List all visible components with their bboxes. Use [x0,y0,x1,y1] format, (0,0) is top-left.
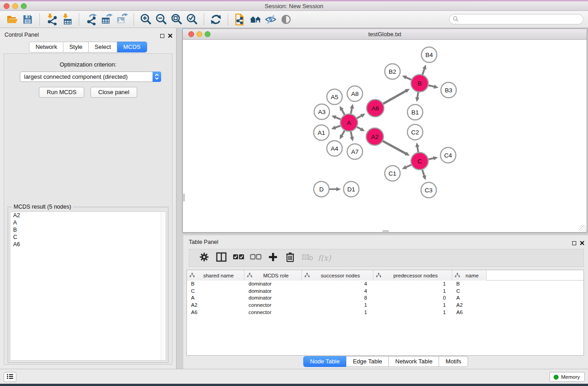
gear-icon [199,252,209,264]
graph-edge[interactable] [405,165,411,167]
close-panel-button[interactable]: Close panel [91,87,137,98]
canvas-mini-scrollbar-h[interactable] [382,230,389,232]
table-cell: 8 [302,295,373,302]
table-row[interactable]: A6connector11A6 [187,309,583,316]
zoom-selected-button[interactable] [184,13,200,26]
result-list-item[interactable]: B [10,226,166,234]
run-mcds-button[interactable]: Run MCDS [39,87,84,98]
tab-network[interactable]: Network [29,42,63,52]
column-header[interactable]: shared name [187,270,244,281]
export-image-button[interactable] [114,13,129,26]
column-header[interactable]: predecessor nodes [373,270,452,281]
tab-node-table[interactable]: Node Table [303,356,347,367]
close-table-panel-icon[interactable] [580,239,584,247]
table-cell: 1 [373,281,452,288]
graph-edge[interactable] [405,77,411,80]
graph-edge[interactable] [341,109,344,115]
table-row[interactable]: Bdominator41B [187,281,583,288]
result-list-scrollbar[interactable] [161,212,166,360]
select-all-columns-button[interactable] [230,251,247,265]
graph-edge[interactable] [351,107,352,114]
table-row[interactable]: Cdominator41C [187,288,583,295]
node-table[interactable]: shared nameMCDS rolesuccessor nodesprede… [186,270,584,356]
export-table-button[interactable] [99,13,114,26]
node-label: A7 [351,148,359,155]
refresh-view-button[interactable] [208,13,224,26]
show-graphics-details-button[interactable] [278,13,294,26]
result-list-item[interactable]: C [10,234,166,241]
import-network-button[interactable] [44,13,59,26]
tab-mcds[interactable]: MCDS [117,42,147,52]
result-list-item[interactable]: A6 [10,241,166,248]
node-label: A6 [372,105,379,112]
maximize-window-button[interactable] [21,3,27,9]
import-table-button[interactable] [59,13,75,26]
eye-icon [280,14,292,25]
graph-edge[interactable] [335,117,341,119]
column-header[interactable]: name [452,270,487,281]
function-builder-button[interactable]: f(x) [316,251,331,265]
zoom-out-button[interactable] [153,13,169,26]
home-button[interactable] [248,13,263,26]
close-panel-icon[interactable] [168,32,172,40]
criterion-dropdown[interactable]: largest connected component (directed) [20,71,161,82]
node-label: C2 [411,129,419,136]
result-list-item[interactable]: A2 [10,212,166,219]
save-session-button[interactable] [20,13,35,26]
table-cell: 4 [302,288,373,295]
control-panel-title: Control Panel [5,32,39,38]
network-canvas[interactable]: B4B2BB3A8A5A6A3B1AA1C2A2A4A7C4CC1C3DD1 [183,40,586,232]
search-input[interactable] [460,16,583,23]
memory-status-icon [554,375,559,380]
new-network-from-selection-button[interactable] [232,13,248,26]
tab-motifs[interactable]: Motifs [439,356,468,367]
delete-table-button[interactable] [299,251,316,265]
graph-edge[interactable] [428,86,435,87]
tab-edge-table[interactable]: Edge Table [346,356,389,367]
node-label: B [417,80,421,87]
graph-edge[interactable] [417,146,418,152]
graph-edge[interactable] [422,170,425,176]
minimize-window-button[interactable] [12,3,18,9]
memory-button[interactable]: Memory [550,372,585,382]
graph-edge[interactable] [351,132,352,138]
node-label: C4 [444,152,452,159]
canvas-mini-scrollbar[interactable] [183,194,185,201]
show-columns-button[interactable] [213,251,230,265]
float-panel-icon[interactable] [160,34,164,38]
delete-row-button[interactable] [282,251,299,265]
float-table-panel-icon[interactable] [572,241,576,245]
graph-edge[interactable] [383,91,406,104]
column-header[interactable]: successor nodes [302,270,373,281]
mcds-result-list[interactable]: A2ABCA6 [10,211,166,361]
tab-network-table[interactable]: Network Table [389,356,439,367]
export-network-button[interactable] [83,13,99,26]
toolbar-separator [79,14,79,25]
add-row-button[interactable] [264,251,282,265]
result-list-item[interactable]: A [10,219,166,226]
table-row[interactable]: Adominator80A [187,295,583,302]
eye-slash-icon [264,14,277,25]
graph-edge[interactable] [341,130,344,136]
app-titlebar: Session: New Session [0,1,588,11]
tab-select[interactable]: Select [89,42,117,52]
table-row[interactable]: A2connector11A2 [187,302,583,309]
tab-style[interactable]: Style [63,42,89,52]
table-cell: A [187,295,244,302]
graph-edge[interactable] [417,92,418,99]
zoom-in-button[interactable] [138,13,153,26]
graph-edge[interactable] [422,68,425,75]
unselect-all-columns-button[interactable] [247,251,264,265]
zoom-fit-button[interactable] [169,13,184,26]
list-icon [7,373,13,381]
search-field[interactable] [449,14,583,24]
graph-edge[interactable] [383,141,406,154]
task-history-button[interactable] [4,372,16,382]
table-settings-button[interactable] [196,251,213,265]
column-header[interactable]: MCDS role [244,270,302,281]
open-session-button[interactable] [5,13,20,26]
resize-grip[interactable] [579,225,586,232]
hide-graphics-details-button[interactable] [263,13,278,26]
graph-edge[interactable] [335,126,340,128]
close-window-button[interactable] [4,3,10,9]
